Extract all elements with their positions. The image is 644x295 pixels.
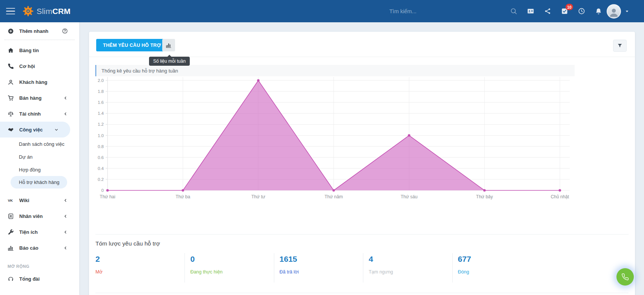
bell-icon[interactable] <box>595 8 602 15</box>
stat-label-link[interactable]: Đóng <box>458 269 541 275</box>
top-navbar: SlimCRM 10 <box>0 0 644 22</box>
headset-icon <box>8 276 14 282</box>
cart-icon <box>8 95 14 101</box>
navbar-icons: 10 <box>510 8 602 15</box>
search-input[interactable] <box>389 8 503 14</box>
area-chart-svg: 00.20.40.60.81.01.21.41.61.82.0Thứ haiTh… <box>95 76 575 205</box>
phone-icon <box>621 273 629 281</box>
bottom-divider <box>95 293 629 293</box>
svg-text:0.8: 0.8 <box>98 144 104 149</box>
help-icon[interactable] <box>62 28 73 34</box>
svg-text:Thứ năm: Thứ năm <box>324 194 343 199</box>
bar-chart-icon <box>166 42 172 48</box>
sidebar-item-work[interactable]: Công việc <box>0 122 70 137</box>
stat-label-link[interactable]: Đang thực hiện <box>190 269 274 275</box>
sidebar-item-utilities[interactable]: Tiện ích <box>0 224 79 240</box>
stat-value: 2 <box>95 255 184 264</box>
stat-value: 1615 <box>280 255 363 264</box>
svg-text:1.6: 1.6 <box>98 100 104 105</box>
weekly-support-chart: 00.20.40.60.81.01.21.41.61.82.0Thứ haiTh… <box>95 76 575 205</box>
user-menu-caret-icon[interactable] <box>624 9 630 14</box>
add-support-request-button[interactable]: THÊM YÊU CẦU HỖ TRỢ <box>96 39 168 51</box>
sidebar-item-opportunities[interactable]: Cơ hội <box>0 58 79 74</box>
sidebar-divider <box>5 40 75 40</box>
scale-icon <box>8 111 14 117</box>
sidebar-item-reports[interactable]: Báo cáo <box>0 240 79 256</box>
svg-text:0.2: 0.2 <box>98 177 104 182</box>
menu-toggle-icon[interactable] <box>6 8 15 15</box>
quick-add-label: Thêm nhanh <box>19 28 48 34</box>
section-divider <box>95 234 629 235</box>
stat-value: 0 <box>190 255 274 264</box>
search-icon[interactable] <box>510 8 517 15</box>
sidebar-item-wiki[interactable]: Wiki <box>0 192 79 208</box>
quick-add-button[interactable]: Thêm nhanh <box>0 22 79 40</box>
sidebar-item-finance[interactable]: Tài chính <box>0 106 79 122</box>
gear-logo-icon <box>22 5 34 17</box>
stat-label-link[interactable]: Tạm ngưng <box>369 269 452 275</box>
svg-text:2.0: 2.0 <box>98 78 104 83</box>
svg-text:Thứ bảy: Thứ bảy <box>476 194 493 199</box>
plus-circle-icon <box>8 28 14 34</box>
notification-badge: 10 <box>566 4 573 10</box>
clock-icon[interactable] <box>578 8 585 15</box>
summary-title: Tóm lược yêu cầu hỗ trợ <box>95 240 160 247</box>
stat-label-link[interactable]: Đã trả lời <box>280 269 363 275</box>
svg-text:1.0: 1.0 <box>98 133 104 138</box>
sidebar-subitem-projects[interactable]: Dự án <box>0 150 79 163</box>
user-icon <box>8 79 14 85</box>
svg-text:1.4: 1.4 <box>98 111 104 116</box>
funnel-icon <box>617 43 622 48</box>
svg-text:Thứ ba: Thứ ba <box>175 194 190 199</box>
sidebar-item-employees[interactable]: Nhân viên <box>0 208 79 224</box>
sidebar-item-sales[interactable]: Bán hàng <box>0 90 79 106</box>
chevron-left-icon <box>63 111 73 116</box>
filter-button[interactable] <box>613 40 627 52</box>
chevron-left-icon <box>63 96 73 100</box>
user-avatar[interactable] <box>607 4 621 19</box>
chevron-left-icon <box>63 198 73 203</box>
sidebar-section-label: MỞ RỘNG <box>0 256 79 271</box>
sidebar-item-callcenter[interactable]: Tổng đài <box>0 271 79 287</box>
vk-icon <box>8 197 14 204</box>
chevron-down-icon <box>54 127 64 132</box>
wrench-icon <box>8 229 14 235</box>
chevron-left-icon <box>63 214 73 219</box>
app-logo[interactable]: SlimCRM <box>22 5 71 17</box>
summary-stats: 2 Mở 0 Đang thực hiện 1615 Đã trả lời 4 … <box>95 253 541 283</box>
svg-text:Thứ tư: Thứ tư <box>251 194 265 199</box>
stat-answered: 1615 Đã trả lời <box>274 253 363 283</box>
tooltip-arrow <box>168 55 171 57</box>
chevron-left-icon <box>63 230 73 235</box>
stat-paused: 4 Tạm ngưng <box>363 253 452 283</box>
weekly-stats-tooltip: Số liệu mỗi tuần <box>149 57 190 66</box>
content-card: THÊM YÊU CẦU HỖ TRỢ Số liệu mỗi tuần Thố… <box>89 32 635 295</box>
stat-value: 677 <box>458 255 541 264</box>
brand-name: SlimCRM <box>37 7 71 16</box>
share-icon[interactable] <box>544 8 551 15</box>
stat-value: 4 <box>369 255 452 264</box>
phone-icon <box>8 63 14 70</box>
stat-in-progress: 0 Đang thực hiện <box>184 253 274 283</box>
bar-chart-icon <box>8 245 14 251</box>
call-fab-button[interactable] <box>616 268 634 286</box>
sidebar-item-dashboard[interactable]: Bảng tin <box>0 42 79 58</box>
sidebar: Thêm nhanh Bảng tin Cơ hội Khách hàng Bá… <box>0 22 79 295</box>
handshake-icon <box>8 127 14 133</box>
svg-text:Thứ hai: Thứ hai <box>100 194 115 199</box>
sidebar-subitem-customer-support[interactable]: Hỗ trợ khách hàng <box>11 176 67 188</box>
svg-text:0.6: 0.6 <box>98 155 104 160</box>
sidebar-subitem-task-list[interactable]: Danh sách công việc <box>0 137 79 150</box>
weekly-stats-button[interactable] <box>162 39 175 51</box>
stat-label-link[interactable]: Mở <box>95 269 184 275</box>
sidebar-item-customers[interactable]: Khách hàng <box>0 74 79 90</box>
tasks-icon[interactable]: 10 <box>561 8 568 15</box>
contacts-card-icon[interactable] <box>527 8 534 15</box>
svg-text:0.4: 0.4 <box>98 166 104 171</box>
home-icon <box>8 47 14 54</box>
address-book-icon <box>8 213 14 219</box>
svg-text:Chủ nhật: Chủ nhật <box>551 194 569 199</box>
svg-text:1.2: 1.2 <box>98 122 104 127</box>
svg-text:Thứ sáu: Thứ sáu <box>401 194 418 199</box>
sidebar-subitem-contracts[interactable]: Hợp đồng <box>0 163 79 176</box>
